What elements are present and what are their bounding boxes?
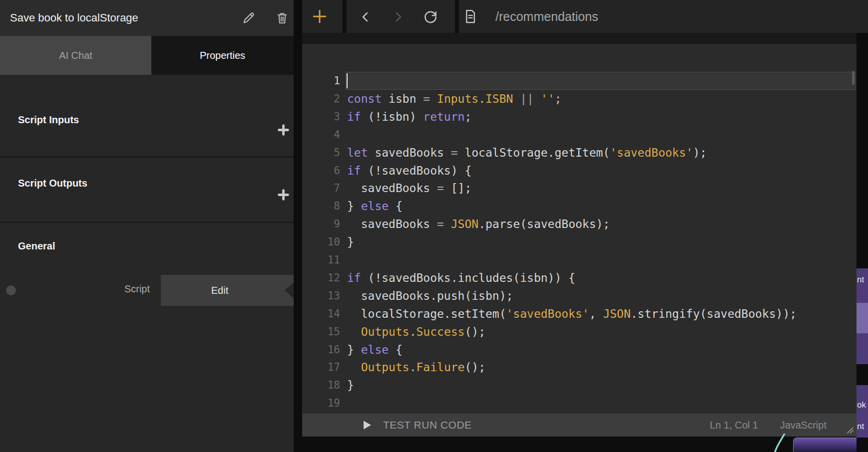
line-number-gutter: 12345678910111213141516171819 [302, 44, 340, 414]
editor-scrollbar-thumb[interactable] [852, 71, 855, 85]
code-token: return [423, 110, 464, 123]
edit-script-button[interactable]: Edit [161, 275, 294, 306]
code-line[interactable]: savedBooks = []; [347, 179, 471, 197]
page-icon[interactable] [459, 5, 481, 27]
code-line[interactable]: Outputs.Success(); [347, 323, 485, 341]
code-token: = [423, 92, 430, 105]
add-script-output-button[interactable] [276, 187, 291, 202]
code-content[interactable]: const isbn = Inputs.ISBN || '';if (!isbn… [347, 44, 854, 414]
test-run-code-button[interactable]: TEST RUN CODE [383, 414, 472, 437]
code-token: Inputs [437, 92, 478, 105]
code-line[interactable]: Outputs.Failure(); [347, 358, 485, 376]
toolbar-divider [343, 0, 347, 33]
code-token [430, 92, 437, 105]
node-label-fragment: nt [857, 275, 864, 285]
code-line[interactable]: } else { [347, 341, 403, 359]
code-line[interactable]: savedBooks = JSON.parse(savedBooks); [347, 215, 610, 233]
line-number: 18 [302, 376, 340, 394]
delete-button[interactable] [273, 9, 291, 27]
toolbar-divider [455, 0, 459, 33]
code-token: ; [464, 110, 471, 123]
add-script-input-button[interactable] [276, 122, 291, 137]
play-icon [361, 419, 373, 431]
code-token [513, 92, 520, 105]
code-line[interactable]: } [347, 233, 354, 251]
code-token: = [437, 182, 444, 195]
line-number: 6 [302, 162, 340, 180]
node-title: Save book to localStorage [10, 0, 138, 36]
code-token: if [347, 271, 361, 284]
code-line[interactable]: let savedBooks = localStorage.getItem('s… [347, 144, 707, 162]
code-token: || [520, 92, 534, 105]
code-token: ); [693, 146, 707, 159]
chevron-right-icon [391, 9, 406, 24]
node-properties-panel: Save book to localStorage [0, 0, 294, 452]
code-token: localStorage.setItem( [347, 307, 506, 320]
run-button[interactable] [361, 419, 373, 431]
code-token: Outputs [361, 361, 410, 374]
code-token: Success [417, 325, 465, 338]
page-route[interactable]: /recommendations [495, 0, 598, 33]
cursor-position-label: Ln 1, Col 1 [710, 414, 758, 437]
line-number: 19 [302, 394, 340, 412]
code-token: (!savedBooks.includes(isbn)) { [361, 271, 575, 284]
code-token: ; [555, 92, 562, 105]
line-number: 16 [302, 341, 340, 359]
node-canvas-bottom [302, 437, 868, 452]
line-number: 8 [302, 197, 340, 215]
code-token: 'savedBooks' [610, 146, 693, 159]
code-token: . [410, 325, 417, 338]
code-token: (!savedBooks) { [361, 164, 472, 177]
code-token: []; [444, 182, 471, 195]
add-button[interactable] [309, 5, 331, 27]
code-token: savedBooks.push(isbn); [347, 289, 513, 302]
code-token: Outputs [361, 325, 410, 338]
code-token: } [347, 379, 354, 392]
code-line[interactable]: if (!savedBooks) { [347, 162, 471, 180]
line-number: 1 [302, 72, 340, 90]
tab-properties[interactable]: Properties [151, 36, 294, 75]
code-line[interactable]: savedBooks.push(isbn); [347, 287, 513, 305]
refresh-button[interactable] [420, 6, 441, 28]
code-token: (!isbn) [361, 110, 424, 123]
navigate-forward-button[interactable] [387, 6, 409, 28]
panel-edge-notch [285, 282, 294, 298]
code-token: ISBN [485, 92, 513, 105]
code-token: . [478, 92, 485, 105]
line-number: 14 [302, 305, 340, 323]
code-editor[interactable]: 12345678910111213141516171819 const isbn… [302, 44, 857, 414]
code-token: .parse(savedBooks); [478, 218, 610, 230]
canvas-node-partial[interactable]: oknt [857, 385, 868, 438]
line-number: 15 [302, 323, 340, 341]
resize-grip[interactable] [845, 425, 855, 435]
code-line[interactable]: localStorage.setItem('savedBooks', JSON.… [347, 305, 797, 323]
preview-toolbar: /recommendations [302, 0, 868, 33]
line-number: 7 [302, 179, 340, 197]
code-token: } [347, 235, 354, 248]
code-token [347, 361, 361, 374]
line-number: 10 [302, 233, 340, 251]
code-token: , [589, 307, 603, 320]
code-line[interactable]: } else { [347, 197, 403, 215]
code-line[interactable]: if (!savedBooks.includes(isbn)) { [347, 269, 575, 287]
code-line[interactable]: const isbn = Inputs.ISBN || ''; [347, 90, 561, 108]
code-token: else [361, 343, 389, 356]
canvas-node-partial[interactable] [857, 333, 868, 364]
code-token: const [347, 92, 382, 105]
line-number: 12 [302, 269, 340, 287]
rename-button[interactable] [240, 9, 258, 27]
line-number: 11 [302, 251, 340, 269]
canvas-node-partial[interactable]: nt [857, 268, 868, 303]
navigate-back-button[interactable] [355, 6, 377, 28]
port-dot[interactable] [6, 285, 16, 295]
code-line[interactable]: if (!isbn) return; [347, 108, 471, 126]
editor-top-gap [302, 33, 857, 44]
panel-header: Save book to localStorage [0, 0, 294, 36]
panel-divider[interactable] [294, 0, 302, 452]
panel-tabs: AI Chat Properties [0, 36, 294, 75]
tab-ai-chat[interactable]: AI Chat [0, 36, 151, 75]
canvas-node-partial[interactable] [857, 303, 868, 333]
code-token: savedBooks [347, 182, 437, 195]
code-line[interactable]: } [347, 376, 354, 394]
node-label-fragment: ok [857, 400, 866, 410]
